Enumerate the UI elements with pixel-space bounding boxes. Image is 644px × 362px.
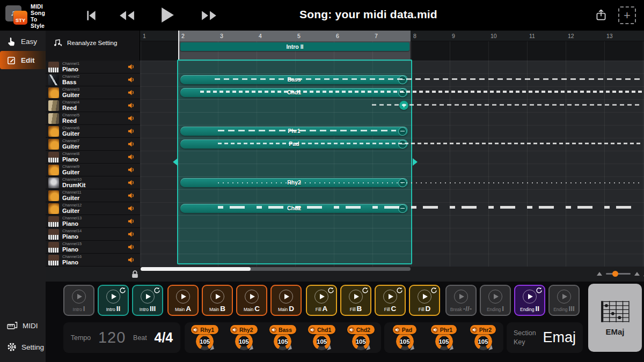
style-button-fill-a[interactable]: FillA <box>306 285 337 316</box>
part-mute-pill[interactable]: Phr1 <box>431 325 457 334</box>
volume-knob[interactable]: 105 <box>352 333 370 350</box>
style-button-main-b[interactable]: MainB <box>202 285 233 316</box>
lock-icon[interactable] <box>130 270 140 279</box>
channel-row[interactable]: Channel10DrumKit <box>46 176 140 189</box>
sidebar-item-easy[interactable]: Easy <box>0 32 46 50</box>
reanalyze-setting-button[interactable]: Reanalyze Setting <box>53 39 117 47</box>
channel-row[interactable]: Channel13Piano <box>46 215 140 228</box>
style-button-ending-i[interactable]: EndingI <box>480 285 511 316</box>
channel-speaker-button[interactable] <box>127 256 136 264</box>
volume-knob[interactable]: 105 <box>396 333 414 350</box>
rewind-button[interactable] <box>118 9 135 24</box>
channel-row[interactable]: Channel5Reed <box>46 112 140 125</box>
channel-speaker-button[interactable] <box>127 204 136 213</box>
track-band-phr1[interactable]: Phr1 <box>180 127 408 136</box>
channel-speaker-button[interactable] <box>127 153 136 161</box>
track-band-pad[interactable]: Pad <box>180 139 408 149</box>
channel-speaker-button[interactable] <box>127 191 136 200</box>
channel-speaker-button[interactable] <box>127 217 136 226</box>
volume-knob[interactable]: 105 <box>196 333 214 350</box>
share-button[interactable] <box>595 8 608 24</box>
part-mute-pill[interactable]: Rhy2 <box>230 325 258 334</box>
add-track-button[interactable]: + <box>399 101 408 110</box>
channel-speaker-button[interactable] <box>127 230 136 239</box>
channel-row[interactable]: Channel8Piano <box>46 151 140 164</box>
remove-track-button[interactable] <box>398 127 407 136</box>
remove-track-button[interactable] <box>398 140 407 149</box>
channel-row[interactable]: Channel14Piano <box>46 228 140 241</box>
part-mute-pill[interactable]: Bass <box>269 325 296 334</box>
channel-row[interactable]: Channel4Reed <box>46 99 140 112</box>
zoom-out-icon[interactable] <box>597 272 602 276</box>
style-button-main-a[interactable]: MainA <box>167 285 199 316</box>
channel-speaker-button[interactable] <box>127 76 136 84</box>
channel-speaker-button[interactable] <box>127 127 136 136</box>
channel-speaker-button[interactable] <box>127 114 136 123</box>
track-band-rhy2[interactable]: Rhy2 <box>180 178 408 187</box>
volume-knob[interactable]: 105 <box>235 333 253 350</box>
section-key-value[interactable]: Emaj <box>543 329 576 346</box>
sidebar-item-setting[interactable]: Setting <box>0 338 46 356</box>
volume-knob[interactable]: 105 <box>435 333 453 350</box>
style-button-intro-i[interactable]: IntroI <box>63 285 94 316</box>
channel-row[interactable]: Channel15Piano <box>46 241 140 254</box>
channel-speaker-button[interactable] <box>127 179 136 187</box>
channel-row[interactable]: Channel11Guiter <box>46 189 140 202</box>
volume-knob[interactable]: 105 <box>274 333 291 350</box>
skip-to-start-button[interactable] <box>85 9 98 24</box>
channel-row[interactable]: Channel12Guiter <box>46 202 140 215</box>
style-button-intro-iii[interactable]: IntroIII <box>132 285 163 316</box>
remove-track-button[interactable] <box>398 76 407 84</box>
sidebar-item-edit[interactable]: Edit <box>0 51 46 69</box>
remove-track-button[interactable] <box>398 179 407 187</box>
channel-speaker-button[interactable] <box>127 101 136 110</box>
sidebar-item-midi[interactable]: MIDI <box>0 316 46 335</box>
part-mute-pill[interactable]: Chd1 <box>308 325 335 334</box>
style-button-ending-ii[interactable]: EndingII <box>514 285 545 316</box>
selection-right-handle[interactable] <box>413 158 418 166</box>
channel-speaker-button[interactable] <box>127 243 136 252</box>
selection-left-handle[interactable] <box>173 158 178 166</box>
channel-speaker-button[interactable] <box>127 63 136 71</box>
beat-value[interactable]: 4/4 <box>155 330 173 345</box>
part-mute-pill[interactable]: Pad <box>393 325 416 334</box>
part-mute-pill[interactable]: Rhy1 <box>191 325 218 334</box>
channel-row[interactable]: Channel3Guiter <box>46 86 140 99</box>
channel-row[interactable]: Channel7Guiter <box>46 138 140 151</box>
volume-knob[interactable]: 105 <box>313 333 331 350</box>
style-button-main-c[interactable]: MainC <box>236 285 267 316</box>
channel-row[interactable]: Channel16Piano <box>46 254 140 267</box>
part-mute-pill[interactable]: Chd2 <box>347 325 375 334</box>
part-mute-pill[interactable]: Phr2 <box>470 325 496 334</box>
style-button-fill-c[interactable]: FillC <box>375 285 406 316</box>
fast-forward-button[interactable] <box>201 9 218 24</box>
zoom-slider-knob[interactable] <box>612 271 618 277</box>
tempo-value[interactable]: 120 <box>98 329 126 346</box>
channel-row[interactable]: Channel6Guiter <box>46 125 140 138</box>
channel-speaker-button[interactable] <box>127 140 136 149</box>
add-button[interactable]: + <box>618 6 636 24</box>
style-button-fill-d[interactable]: FillD <box>409 285 440 316</box>
play-button[interactable] <box>160 6 175 26</box>
channel-speaker-button[interactable] <box>127 166 136 174</box>
track-band-bass[interactable]: Bass <box>180 75 408 84</box>
style-button-break-[interactable]: Break-//- <box>445 285 477 316</box>
track-band-chd1[interactable]: Chd1 <box>180 88 408 97</box>
horizontal-scrollbar-thumb[interactable] <box>141 267 251 271</box>
channel-row[interactable]: Channel1Piano <box>46 61 140 73</box>
volume-knob[interactable]: 105 <box>474 333 492 350</box>
track-band-chd2[interactable]: Chd2 <box>180 204 408 213</box>
channel-row[interactable]: Channel9Guiter <box>46 164 140 176</box>
channel-speaker-button[interactable] <box>127 88 136 97</box>
style-button-ending-iii[interactable]: EndingIII <box>548 285 580 316</box>
style-button-intro-ii[interactable]: IntroII <box>98 285 129 316</box>
timeline[interactable]: Intro II BassChd1Phr1PadRhy2Chd2 + 12345… <box>140 31 644 267</box>
section-banner[interactable]: Intro II <box>180 42 409 51</box>
channel-row[interactable]: Channel2Bass <box>46 73 140 86</box>
style-button-fill-b[interactable]: FillB <box>340 285 371 316</box>
remove-track-button[interactable] <box>398 88 407 97</box>
zoom-slider[interactable] <box>606 273 631 275</box>
zoom-in-icon[interactable] <box>634 272 640 276</box>
remove-track-button[interactable] <box>398 204 407 213</box>
style-button-main-d[interactable]: MainD <box>270 285 302 316</box>
